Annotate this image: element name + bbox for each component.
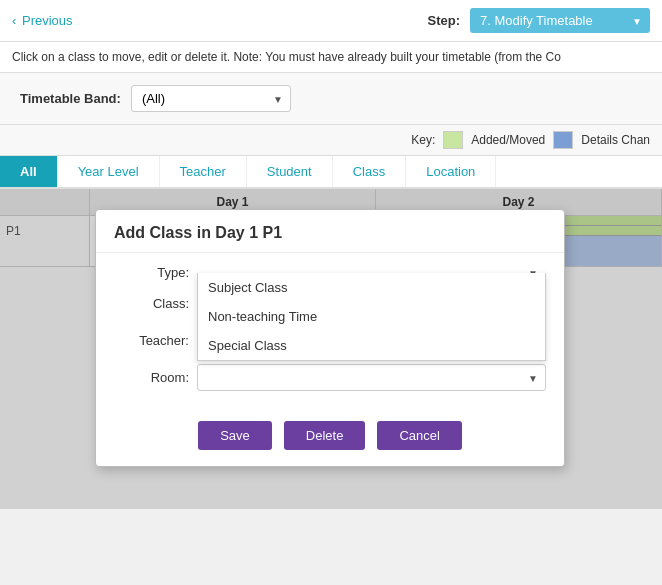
tab-all[interactable]: All [0,156,58,187]
class-label: Class: [114,296,189,311]
band-row: Timetable Band: (All) [0,73,662,125]
notice-bar: Click on a class to move, edit or delete… [0,42,662,73]
teacher-label: Teacher: [114,333,189,348]
modal-form: Type: Subject ClassNon-teaching TimeSpec… [96,253,564,413]
type-row: Type: Subject ClassNon-teaching TimeSpec… [114,265,546,280]
step-select-wrapper: 7. Modify Timetable [470,8,650,33]
tab-row: All Year Level Teacher Student Class Loc… [0,156,662,189]
tab-class[interactable]: Class [333,156,407,187]
step-label: Step: [428,13,461,28]
room-select[interactable] [197,364,546,391]
type-option-non-teaching[interactable]: Non-teaching Time [198,302,545,331]
tab-location[interactable]: Location [406,156,496,187]
header-bar: ‹ Previous Step: 7. Modify Timetable [0,0,662,42]
notice-text: Click on a class to move, edit or delete… [12,50,561,64]
room-label: Room: [114,370,189,385]
modal-title: Add Class in Day 1 P1 [96,210,564,253]
save-button[interactable]: Save [198,421,272,450]
previous-button[interactable]: ‹ Previous [12,13,73,28]
modal-footer: Save Delete Cancel [96,413,564,454]
previous-label: Previous [22,13,73,28]
cancel-button[interactable]: Cancel [377,421,461,450]
added-moved-key-box [443,131,463,149]
type-option-subject-class[interactable]: Subject Class [198,273,545,302]
added-moved-label: Added/Moved [471,133,545,147]
details-changed-key-box [553,131,573,149]
type-option-special-class[interactable]: Special Class [198,331,545,360]
room-select-wrapper [197,364,546,391]
type-dropdown-list: Subject Class Non-teaching Time Special … [197,273,546,361]
step-dropdown[interactable]: 7. Modify Timetable [470,8,650,33]
tab-year-level[interactable]: Year Level [58,156,160,187]
timetable-grid: Day 1 Day 2 P1 Add New Add Class in Day … [0,189,662,509]
details-changed-label: Details Chan [581,133,650,147]
tab-teacher[interactable]: Teacher [160,156,247,187]
chevron-left-icon: ‹ [12,13,16,28]
tab-student[interactable]: Student [247,156,333,187]
room-row: Room: [114,364,546,391]
band-select[interactable]: (All) [131,85,291,112]
type-label: Type: [114,265,189,280]
add-class-modal: Add Class in Day 1 P1 Type: Subject Clas… [95,209,565,467]
key-label: Key: [411,133,435,147]
band-select-wrapper: (All) [131,85,291,112]
delete-button[interactable]: Delete [284,421,366,450]
key-row: Key: Added/Moved Details Chan [0,125,662,156]
band-label: Timetable Band: [20,91,121,106]
